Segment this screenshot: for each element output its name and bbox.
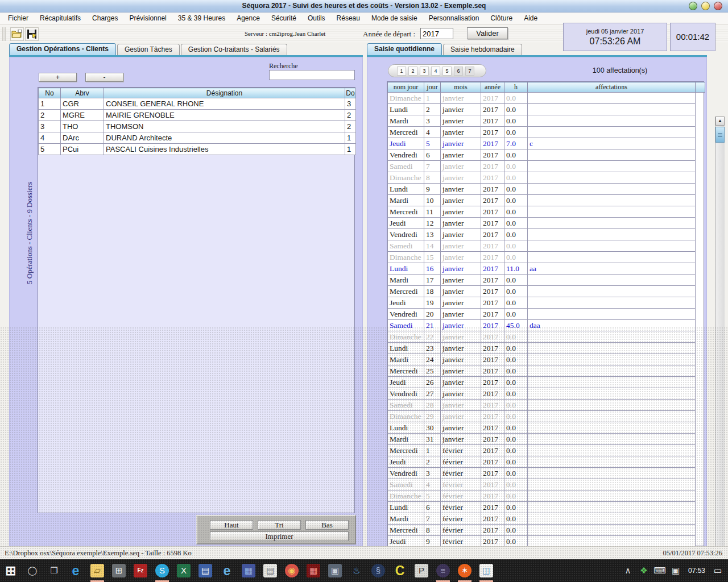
col-header-jour[interactable]: jour [424, 82, 441, 93]
menu-item[interactable]: 35 & 39 Heures [172, 13, 231, 24]
table-row[interactable]: Vendredi13janvier20170.0 [388, 229, 705, 240]
search-input[interactable] [269, 70, 355, 80]
table-row[interactable]: Mardi24janvier20170.0 [388, 354, 705, 365]
table-row[interactable]: Lundi23janvier20170.0 [388, 343, 705, 354]
table-row[interactable]: Mercredi11janvier20170.0 [388, 206, 705, 218]
taskbar-clock[interactable]: 07:53 [684, 567, 710, 575]
table-row[interactable]: Vendredi27janvier20170.0 [388, 388, 705, 400]
table-row[interactable]: Lundi2janvier20170.0 [388, 104, 705, 115]
skype-icon[interactable]: S [151, 559, 173, 582]
table-row[interactable]: Jeudi12janvier20170.0 [388, 218, 705, 229]
orange-badge-icon[interactable]: ✶ [454, 559, 475, 582]
table-row[interactable]: Samedi14janvier20170.0 [388, 240, 705, 252]
page-button[interactable]: 7 [465, 66, 474, 76]
page-button[interactable]: 5 [442, 66, 452, 76]
col-header-no[interactable]: No [39, 88, 61, 98]
toolbar-grip[interactable] [2, 27, 6, 41]
action-center-icon[interactable]: ▭ [710, 559, 726, 582]
table-row[interactable]: Mercredi1février20170.0 [388, 445, 705, 456]
col-header-mois[interactable]: mois [441, 82, 481, 93]
table-row[interactable]: 5PCuiPASCALI Cuisines Industrielles1 [39, 144, 356, 155]
table-row[interactable]: Mardi10janvier20170.0 [388, 195, 705, 206]
window-button-yellow[interactable] [701, 2, 710, 10]
table-row[interactable]: Dimanche15janvier20170.0 [388, 252, 705, 263]
table-row[interactable]: Jeudi2février20170.0 [388, 456, 705, 468]
page-button[interactable]: 4 [431, 66, 440, 76]
table-row[interactable]: Lundi6février20170.0 [388, 502, 705, 513]
table-row[interactable]: Mardi31janvier20170.0 [388, 434, 705, 445]
task-view-icon[interactable]: ❐ [43, 559, 65, 582]
col-header-h[interactable]: h [504, 82, 528, 93]
col-header-do[interactable]: Do [345, 88, 356, 98]
validate-button[interactable]: Valider [467, 27, 508, 39]
table-row[interactable]: Vendredi3février20170.0 [388, 468, 705, 479]
table-row[interactable]: Dimanche5février20170.0 [388, 490, 705, 502]
col-header-nom-jour[interactable]: nom jour [388, 82, 424, 93]
bird-app-icon[interactable]: § [367, 559, 389, 582]
tab-gestion-taches[interactable]: Gestion Tâches [117, 44, 180, 55]
table-row[interactable]: Mercredi8février20170.0 [388, 525, 705, 536]
menu-item[interactable]: Fichier [2, 13, 34, 24]
save-file-button[interactable] [25, 27, 39, 41]
menu-item[interactable]: Clôture [485, 13, 518, 24]
photo-viewer-icon[interactable]: ◫ [475, 559, 497, 582]
col-header-abrv[interactable]: Abrv [61, 88, 104, 98]
tray-network-icon[interactable]: ▣ [668, 559, 684, 582]
table-row[interactable]: Mardi3janvier20170.0 [388, 115, 705, 127]
start-icon[interactable]: ⊞ [0, 559, 22, 582]
tray-chevron-icon[interactable]: ∧ [620, 559, 636, 582]
tab-saisie-quotidienne[interactable]: Saisie quotidienne [367, 43, 442, 55]
table-row[interactable]: Dimanche1janvier20170.0 [388, 93, 705, 104]
red-grid-icon[interactable]: ▦ [303, 559, 324, 582]
move-down-button[interactable]: Bas [305, 520, 349, 530]
sort-button[interactable]: Tri [258, 520, 301, 530]
move-up-button[interactable]: Haut [210, 520, 253, 530]
cortana-icon[interactable]: ◯ [22, 559, 43, 582]
table-row[interactable]: Samedi21janvier201745.0daa [388, 320, 705, 331]
remove-client-button[interactable]: - [85, 73, 123, 82]
col-header-affectations[interactable]: affectations [528, 82, 696, 93]
menu-item[interactable]: Mode de saisie [366, 13, 423, 24]
table-row[interactable]: Mardi7février20170.0 [388, 513, 705, 525]
table-row[interactable]: Lundi9janvier20170.0 [388, 184, 705, 195]
table-row[interactable]: 2MGREMAIRIE GRENOBLE2 [39, 110, 356, 121]
menu-item[interactable]: Aide [518, 13, 543, 24]
table-row[interactable]: Samedi4février20170.0 [388, 479, 705, 490]
window-button-red[interactable] [714, 2, 722, 10]
col-header-designation[interactable]: Désignation [104, 88, 345, 98]
table-row[interactable]: Jeudi5janvier20177.0c [388, 138, 705, 149]
add-client-button[interactable]: + [39, 73, 77, 82]
menu-item[interactable]: Prévisionnel [123, 13, 172, 24]
menu-item[interactable]: Personnalisation [423, 13, 485, 24]
start-year-input[interactable] [420, 28, 453, 39]
table-row[interactable]: Samedi7janvier20170.0 [388, 161, 705, 172]
table-row[interactable]: Dimanche22janvier20170.0 [388, 331, 705, 343]
vertical-scrollbar[interactable]: ▲ ▼ [715, 117, 725, 571]
tab-saisie-hebdomadaire[interactable]: Saisie hebdomadaire [443, 44, 522, 55]
menu-item[interactable]: Outils [302, 13, 331, 24]
window-button-green[interactable] [689, 2, 697, 10]
filezilla-icon[interactable]: Fz [130, 559, 151, 582]
internet-explorer-icon[interactable]: e [216, 559, 238, 582]
crescent-icon[interactable]: C [389, 559, 411, 582]
store-icon[interactable]: ⊞ [108, 559, 130, 582]
menu-item[interactable]: Agence [231, 13, 266, 24]
tray-defender-icon[interactable]: ❖ [636, 559, 652, 582]
print-button[interactable]: Imprimer [210, 531, 349, 541]
file-explorer-icon[interactable]: ▱ [86, 559, 108, 582]
scroll-up-button[interactable]: ▲ [715, 117, 725, 126]
page-button[interactable]: 2 [408, 66, 417, 76]
table-row[interactable]: Dimanche8janvier20170.0 [388, 172, 705, 184]
tab-gestion-operations-clients[interactable]: Gestion Opérations - Clients [9, 43, 116, 55]
table-row[interactable]: Jeudi9février20170.0 [388, 536, 705, 547]
page-button[interactable]: 6 [454, 66, 463, 76]
blue-app-icon[interactable]: ▦ [238, 559, 259, 582]
table-row[interactable]: 4DArcDURAND Architecte1 [39, 132, 356, 144]
table-row[interactable]: Mercredi4janvier20170.0 [388, 127, 705, 138]
office-doc-icon[interactable]: ▤ [195, 559, 216, 582]
table-row[interactable]: Vendredi20janvier20170.0 [388, 309, 705, 320]
excel-icon[interactable]: X [173, 559, 195, 582]
table-row[interactable]: 3THOTHOMSON2 [39, 121, 356, 132]
open-file-button[interactable] [10, 27, 24, 41]
eclipse-icon[interactable]: ≡ [432, 559, 454, 582]
